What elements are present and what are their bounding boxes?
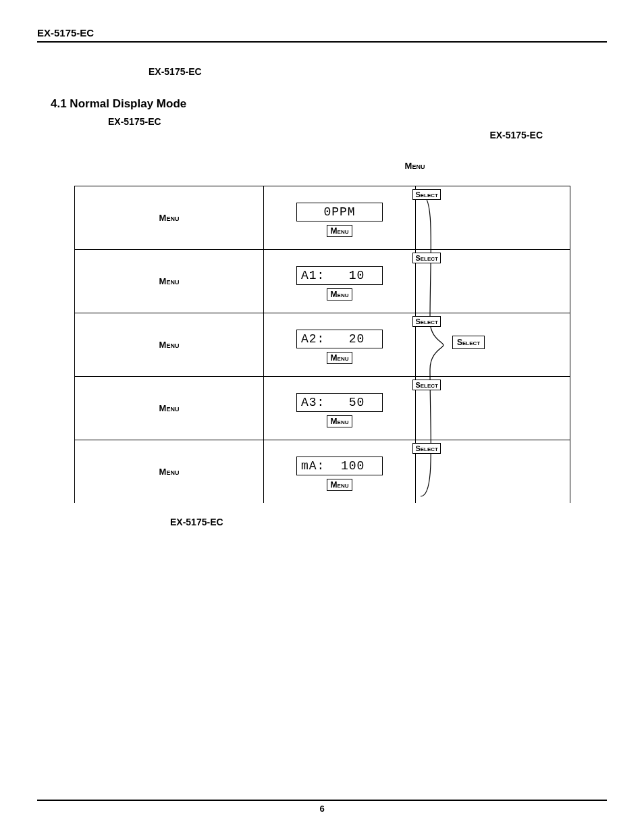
select-label: Select — [412, 316, 441, 327]
row-left: Menu — [75, 440, 264, 503]
side-select-label: Select — [452, 336, 485, 349]
menu-label: Menu — [159, 213, 180, 223]
figure-row: Menu Select A3: 50 Menu — [74, 376, 570, 440]
lcd-display: mA: 100 — [296, 457, 383, 475]
doc-id: EX-5175-EC — [37, 27, 94, 38]
row-left: Menu — [75, 186, 264, 249]
select-label: Select — [412, 189, 441, 200]
row-left: Menu — [75, 313, 264, 376]
select-label: Select — [412, 443, 441, 454]
lcd-display: A3: 50 — [296, 393, 383, 412]
menu-box: Menu — [327, 352, 353, 364]
page-header: EX-5175-EC — [37, 27, 607, 43]
select-label: Select — [412, 253, 441, 263]
menu-box: Menu — [327, 415, 353, 427]
figure-row: Menu Select A2: 20 Menu — [74, 313, 570, 376]
figure-caption-ref: EX-5175-EC — [170, 517, 607, 527]
menu-box: Menu — [327, 225, 353, 237]
page-footer: 6 — [37, 800, 607, 814]
row-left: Menu — [75, 377, 264, 440]
section-heading: 4.1 Normal Display Mode — [51, 97, 607, 111]
figure-row: Menu Select A1: 10 Menu — [74, 249, 570, 313]
menu-label: Menu — [159, 276, 180, 286]
row-left: Menu — [75, 250, 264, 313]
model-ref: EX-5175-EC — [149, 66, 607, 77]
lcd-display: A1: 10 — [296, 266, 383, 285]
sub-ref: EX-5175-EC — [108, 116, 607, 127]
page-number: 6 — [319, 804, 324, 814]
select-label: Select — [412, 380, 441, 390]
menu-box: Menu — [327, 288, 353, 301]
lcd-display: A2: 20 — [296, 330, 383, 348]
right-ref: EX-5175-EC — [37, 130, 607, 140]
menu-label: Menu — [159, 467, 180, 477]
lcd-display: 0PPM — [296, 203, 383, 221]
menu-label: Menu — [159, 403, 180, 413]
menu-label: Menu — [159, 340, 180, 350]
figure-row: Menu Select 0PPM Menu — [74, 186, 570, 249]
row-mid: Select mA: 100 Menu — [264, 440, 416, 503]
row-mid: Select A2: 20 Menu — [264, 313, 416, 376]
figure-row: Menu Select mA: 100 Menu — [74, 440, 570, 503]
row-mid: Select A1: 10 Menu — [264, 250, 416, 313]
figure: Menu Select 0PPM Menu Menu Select A1: 10… — [74, 186, 570, 503]
brace-icon — [415, 186, 446, 504]
row-mid: Select 0PPM Menu — [264, 186, 416, 249]
row-mid: Select A3: 50 Menu — [264, 377, 416, 440]
menu-ref: Menu — [223, 161, 607, 171]
menu-box: Menu — [327, 479, 353, 491]
